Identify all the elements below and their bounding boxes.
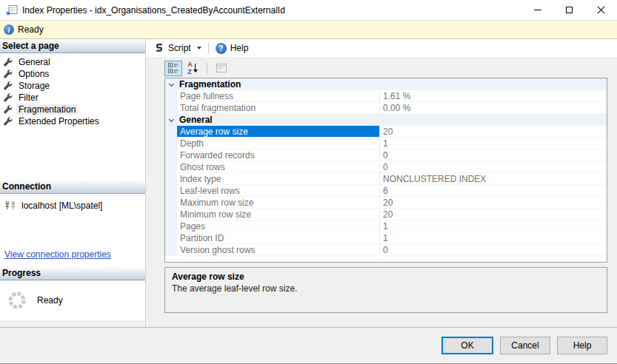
grid-property-row-partition-id[interactable]: Partition ID1 (165, 232, 607, 244)
description-title: Average row size (172, 272, 600, 282)
row-margin (165, 185, 177, 196)
property-value: 1 (380, 232, 607, 243)
progress-header: Progress (0, 266, 145, 280)
categorized-button[interactable] (164, 61, 182, 76)
index-properties-dialog: Index Properties - idx_Organisations_Cre… (0, 0, 617, 364)
property-value: 1 (380, 138, 607, 149)
index-properties-icon (6, 4, 18, 16)
property-grid-toolbar: AZ (164, 59, 607, 77)
maximize-button[interactable] (553, 0, 585, 20)
row-margin (165, 161, 177, 172)
wrench-icon (4, 70, 13, 78)
property-value: NONCLUSTERED INDEX (380, 173, 607, 184)
grid-property-row-ghost-rows[interactable]: Ghost rows0 (165, 161, 607, 173)
close-icon (597, 6, 605, 14)
progress-panel: Ready (0, 280, 145, 320)
row-margin (165, 209, 177, 220)
info-icon: i (4, 24, 14, 35)
window-controls (521, 0, 617, 20)
mini-toolbar-separator (207, 63, 207, 74)
property-name: Pages (177, 220, 380, 232)
view-connection-properties-link[interactable]: View connection properties (4, 249, 111, 260)
script-button[interactable]: Script (151, 41, 204, 55)
property-value: 0 (380, 161, 607, 172)
alphabetical-button[interactable]: AZ (184, 61, 201, 76)
sidebar-item-options[interactable]: Options (0, 68, 145, 80)
row-margin (165, 173, 177, 184)
description-text: The average leaf-level row size. (172, 283, 600, 294)
connection-row: localhost [ML\spatel] (0, 194, 145, 211)
ok-button[interactable]: OK (441, 337, 493, 354)
property-value: 6 (380, 185, 607, 196)
row-margin (165, 90, 177, 101)
toolbar-separator (208, 42, 209, 54)
property-value: 20 (380, 197, 607, 208)
grid-property-row-maximum-row-size[interactable]: Maximum row size20 (165, 197, 607, 209)
connection-panel: localhost [ML\spatel] View connection pr… (0, 194, 145, 266)
property-pages-button (213, 61, 230, 76)
alphabetical-icon: AZ (187, 61, 198, 75)
property-value: 0.00 % (380, 102, 607, 113)
main-toolbar: Script ? Help (146, 39, 617, 57)
footer: OK Cancel Help (0, 327, 617, 363)
property-value: 0 (380, 149, 607, 161)
help-label: Help (230, 43, 249, 53)
help-button[interactable]: Help (557, 337, 607, 354)
main-content: AZ FragmentationPage fullness1.61 %Tota (146, 57, 617, 327)
wrench-icon (4, 81, 13, 90)
property-value: 1.61 % (380, 90, 607, 101)
cancel-button[interactable]: Cancel (500, 337, 550, 354)
maximize-icon (566, 7, 573, 13)
grid-category-row-general[interactable]: General (165, 114, 607, 126)
grid-property-row-minimum-row-size[interactable]: Minimum row size20 (165, 209, 607, 220)
property-name: Leaf-level rows (177, 185, 380, 196)
wrench-icon (4, 58, 13, 67)
property-name: Maximum row size (177, 197, 380, 208)
grid-property-row-total-fragmentation[interactable]: Total fragmentation0.00 % (165, 102, 607, 114)
dialog-body: Select a page General Options Storage Fi… (0, 39, 617, 327)
grid-property-row-version-ghost-rows[interactable]: Version ghost rows0 (165, 244, 607, 256)
row-margin (165, 138, 177, 149)
grid-property-row-average-row-size[interactable]: Average row size20 (165, 126, 607, 138)
help-toolbar-button[interactable]: ? Help (213, 41, 252, 55)
sidebar-item-storage[interactable]: Storage (0, 80, 145, 92)
property-name: Page fullness (177, 90, 380, 101)
minimize-button[interactable] (521, 0, 553, 20)
row-margin (165, 149, 177, 161)
property-name: Forwarded records (177, 149, 380, 161)
row-margin (165, 102, 177, 113)
sidebar-gap (0, 320, 145, 327)
row-margin (165, 232, 177, 243)
category-collapse-chevron-icon[interactable] (165, 114, 177, 126)
sidebar-item-filter[interactable]: Filter (0, 92, 145, 104)
sidebar: Select a page General Options Storage Fi… (0, 39, 146, 327)
title-bar[interactable]: Index Properties - idx_Organisations_Cre… (0, 0, 617, 20)
row-margin (165, 220, 177, 232)
grid-category-row-fragmentation[interactable]: Fragmentation (165, 78, 607, 90)
grid-property-row-leaf-level-rows[interactable]: Leaf-level rows6 (165, 185, 607, 197)
property-value: 20 (380, 209, 607, 220)
close-button[interactable] (585, 0, 617, 20)
category-label: General (177, 114, 213, 126)
grid-property-row-depth[interactable]: Depth1 (165, 138, 607, 149)
category-label: Fragmentation (177, 78, 241, 90)
property-value: 0 (380, 244, 607, 255)
script-label: Script (168, 43, 191, 53)
property-value: 1 (380, 220, 607, 232)
wrench-icon (4, 117, 13, 126)
connection-header: Connection (0, 180, 145, 194)
row-margin (165, 197, 177, 208)
sidebar-item-extended-properties[interactable]: Extended Properties (0, 115, 145, 127)
script-dropdown-icon (197, 47, 201, 50)
help-icon: ? (216, 43, 227, 54)
grid-property-row-page-fullness[interactable]: Page fullness1.61 % (165, 90, 607, 102)
sidebar-item-general[interactable]: General (0, 56, 145, 68)
category-collapse-chevron-icon[interactable] (165, 78, 177, 90)
sidebar-item-fragmentation[interactable]: Fragmentation (0, 104, 145, 115)
row-margin (165, 244, 177, 255)
status-text: Ready (18, 24, 44, 35)
grid-property-row-forwarded-records[interactable]: Forwarded records0 (165, 149, 607, 161)
grid-property-row-pages[interactable]: Pages1 (165, 220, 607, 232)
grid-property-row-index-type[interactable]: Index typeNONCLUSTERED INDEX (165, 173, 607, 185)
property-value: 20 (380, 126, 607, 137)
